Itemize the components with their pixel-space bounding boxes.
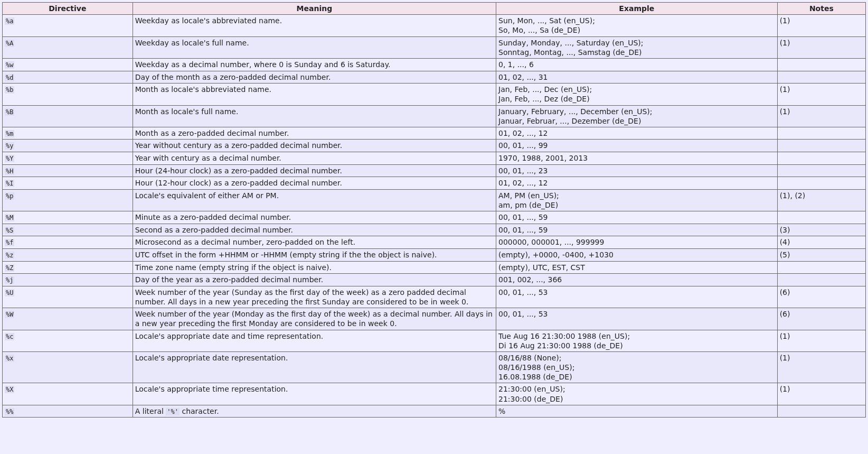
cell-meaning: Weekday as a decimal number, where 0 is … xyxy=(133,58,496,71)
cell-directive: %Y xyxy=(3,152,133,165)
table-row: %bMonth as locale's abbreviated name.Jan… xyxy=(3,84,866,105)
cell-directive: %U xyxy=(3,286,133,308)
cell-meaning: Day of the month as a zero-padded decima… xyxy=(133,71,496,84)
cell-example: Sun, Mon, ..., Sat (en_US); So, Mo, ...,… xyxy=(496,15,778,36)
header-example: Example xyxy=(496,3,778,15)
cell-meaning: Hour (12-hour clock) as a zero-padded de… xyxy=(133,177,496,190)
cell-meaning: Month as a zero-padded decimal number. xyxy=(133,127,496,140)
table-row: %MMinute as a zero-padded decimal number… xyxy=(3,211,866,224)
cell-example: 00, 01, ..., 53 xyxy=(496,308,778,330)
directive-code: %X xyxy=(5,386,14,393)
cell-example: % xyxy=(496,405,778,418)
table-row: %HHour (24-hour clock) as a zero-padded … xyxy=(3,164,866,177)
table-row: %aWeekday as locale's abbreviated name.S… xyxy=(3,15,866,36)
table-row: %wWeekday as a decimal number, where 0 i… xyxy=(3,58,866,71)
table-header-row: Directive Meaning Example Notes xyxy=(3,3,866,15)
cell-directive: %a xyxy=(3,15,133,36)
cell-directive: %p xyxy=(3,189,133,211)
table-row: %IHour (12-hour clock) as a zero-padded … xyxy=(3,177,866,190)
directive-code: %A xyxy=(5,40,14,47)
cell-directive: %j xyxy=(3,274,133,286)
table-row: %xLocale's appropriate date representati… xyxy=(3,351,866,383)
cell-notes xyxy=(777,274,865,286)
cell-meaning: Weekday as locale's full name. xyxy=(133,36,496,58)
cell-notes xyxy=(777,405,865,418)
cell-meaning: Locale's appropriate date and time repre… xyxy=(133,330,496,351)
table-row: %AWeekday as locale's full name.Sunday, … xyxy=(3,36,866,58)
cell-directive: %f xyxy=(3,236,133,249)
directive-code: %f xyxy=(5,239,14,246)
directive-code: %M xyxy=(5,214,14,221)
cell-notes xyxy=(777,211,865,224)
directive-code: %H xyxy=(5,168,14,175)
table-row: %mMonth as a zero-padded decimal number.… xyxy=(3,127,866,140)
table-row: %YYear with century as a decimal number.… xyxy=(3,152,866,165)
header-directive: Directive xyxy=(3,3,133,15)
cell-notes: (4) xyxy=(777,236,865,249)
table-row: %yYear without century as a zero-padded … xyxy=(3,140,866,152)
directive-code: %S xyxy=(5,227,14,234)
cell-directive: %z xyxy=(3,249,133,262)
table-row: %%A literal '%' character.% xyxy=(3,405,866,418)
cell-notes xyxy=(777,261,865,274)
cell-meaning: Week number of the year (Sunday as the f… xyxy=(133,286,496,308)
directive-code: %Z xyxy=(5,264,14,272)
cell-meaning: Year without century as a zero-padded de… xyxy=(133,140,496,152)
cell-notes xyxy=(777,58,865,71)
table-row: %WWeek number of the year (Monday as the… xyxy=(3,308,866,330)
cell-example: 01, 02, ..., 31 xyxy=(496,71,778,84)
directive-code: %p xyxy=(5,192,14,200)
directive-code: %I xyxy=(5,180,14,187)
cell-example: Sunday, Monday, ..., Saturday (en_US); S… xyxy=(496,36,778,58)
cell-notes xyxy=(777,127,865,140)
cell-notes xyxy=(777,71,865,84)
cell-notes: (6) xyxy=(777,286,865,308)
cell-example: (empty), UTC, EST, CST xyxy=(496,261,778,274)
directive-code: %U xyxy=(5,289,14,297)
header-notes: Notes xyxy=(777,3,865,15)
table-row: %pLocale's equivalent of either AM or PM… xyxy=(3,189,866,211)
table-row: %fMicrosecond as a decimal number, zero-… xyxy=(3,236,866,249)
table-row: %dDay of the month as a zero-padded deci… xyxy=(3,71,866,84)
directive-code: %W xyxy=(5,311,14,318)
cell-meaning: Time zone name (empty string if the obje… xyxy=(133,261,496,274)
directive-code: %Y xyxy=(5,155,14,162)
table-row: %jDay of the year as a zero-padded decim… xyxy=(3,274,866,286)
table-row: %BMonth as locale's full name.January, F… xyxy=(3,105,866,127)
cell-example: 000000, 000001, ..., 999999 xyxy=(496,236,778,249)
cell-meaning: Year with century as a decimal number. xyxy=(133,152,496,165)
cell-example: 0, 1, ..., 6 xyxy=(496,58,778,71)
meaning-text: character. xyxy=(180,407,219,415)
cell-directive: %Z xyxy=(3,261,133,274)
cell-example: Tue Aug 16 21:30:00 1988 (en_US); Di 16 … xyxy=(496,330,778,351)
table-row: %cLocale's appropriate date and time rep… xyxy=(3,330,866,351)
cell-directive: %b xyxy=(3,84,133,105)
directive-code: %w xyxy=(5,61,14,69)
directive-code: %a xyxy=(5,17,14,25)
directive-code: %% xyxy=(5,408,14,415)
cell-notes: (1) xyxy=(777,84,865,105)
cell-meaning: UTC offset in the form +HHMM or -HHMM (e… xyxy=(133,249,496,262)
cell-example: 08/16/88 (None); 08/16/1988 (en_US); 16.… xyxy=(496,351,778,383)
table-row: %UWeek number of the year (Sunday as the… xyxy=(3,286,866,308)
cell-meaning: Month as locale's full name. xyxy=(133,105,496,127)
cell-meaning: Second as a zero-padded decimal number. xyxy=(133,224,496,236)
cell-example: 001, 002, ..., 366 xyxy=(496,274,778,286)
directive-code: %B xyxy=(5,108,14,116)
cell-notes: (3) xyxy=(777,224,865,236)
table-row: %XLocale's appropriate time representati… xyxy=(3,383,866,405)
directive-code: %y xyxy=(5,142,14,150)
strftime-directives-table: Directive Meaning Example Notes %aWeekda… xyxy=(2,2,866,418)
meaning-code: '%' xyxy=(166,408,180,415)
cell-directive: %A xyxy=(3,36,133,58)
cell-notes xyxy=(777,152,865,165)
table-row: %zUTC offset in the form +HHMM or -HHMM … xyxy=(3,249,866,262)
cell-meaning: Hour (24-hour clock) as a zero-padded de… xyxy=(133,164,496,177)
cell-example: 1970, 1988, 2001, 2013 xyxy=(496,152,778,165)
cell-example: AM, PM (en_US); am, pm (de_DE) xyxy=(496,189,778,211)
cell-notes: (6) xyxy=(777,308,865,330)
cell-directive: %w xyxy=(3,58,133,71)
cell-notes: (1) xyxy=(777,36,865,58)
cell-meaning: Locale's equivalent of either AM or PM. xyxy=(133,189,496,211)
cell-example: 00, 01, ..., 99 xyxy=(496,140,778,152)
